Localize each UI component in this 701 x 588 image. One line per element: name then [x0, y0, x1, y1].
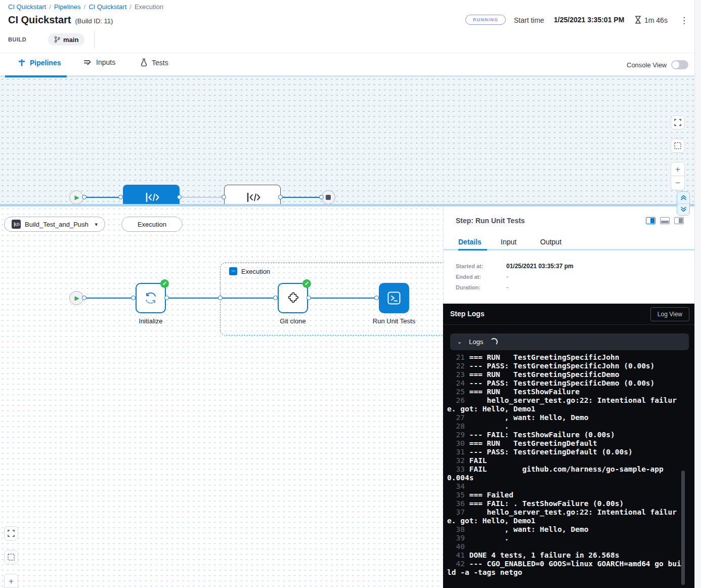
step-panel-title: Step: Run Unit Tests — [456, 217, 525, 225]
started-at-value: 01/25/2021 03:35:37 pm — [506, 263, 574, 270]
pipeline-canvas[interactable]: ▶ Build_Test_and_Pus Run_Integration_Tes… — [0, 77, 694, 204]
fullscreen-button[interactable] — [671, 115, 685, 130]
app-window: CI Quickstart/Pipelines/CI Quickstart/Ex… — [0, 0, 701, 588]
play-icon: ▶ — [74, 194, 79, 200]
build-section-label: BUILD — [8, 36, 26, 43]
log-scrollbar[interactable] — [681, 471, 685, 585]
toggle-knob — [672, 61, 679, 68]
log-line: 26 hello_server_test.go:22: Intentional … — [447, 396, 682, 413]
collapse-group-button[interactable]: − — [229, 267, 237, 275]
port — [82, 195, 86, 199]
split-divider[interactable] — [0, 204, 694, 206]
step-node-label: Run Unit Tests — [366, 317, 422, 325]
log-line: 33 FAIL github.com/harness/go-sample-app… — [447, 465, 682, 482]
execution-section-button[interactable]: Execution — [121, 217, 183, 232]
step-node-initialize[interactable] — [136, 283, 166, 313]
log-line: 41 DONE 4 tests, 1 failure in 26.568s — [447, 551, 682, 560]
success-check-icon: ✓ — [160, 279, 169, 288]
step-logs-title: Step Logs — [450, 310, 485, 318]
port — [164, 296, 169, 300]
log-line: 31 --- PASS: TestGreetingDefault (0.00s) — [447, 448, 682, 456]
stop-icon — [326, 195, 331, 200]
execution-group-label: Execution — [241, 268, 270, 275]
tab-inputs[interactable]: Inputs — [83, 58, 115, 66]
connector — [281, 197, 322, 198]
zoom-out-button[interactable]: − — [671, 176, 685, 190]
stage-selector-dropdown[interactable]: Build_Test_and_Push ▾ — [4, 217, 105, 232]
ended-at-label: Ended at: — [456, 274, 481, 280]
breadcrumb-separator: / — [84, 3, 86, 11]
success-check-icon: ✓ — [302, 279, 311, 288]
header-divider — [94, 31, 95, 49]
breadcrumb-link-pipelines[interactable]: Pipelines — [54, 3, 81, 11]
stage-start-node: ▶ — [69, 291, 83, 305]
breadcrumb-link-project[interactable]: CI Quickstart — [8, 3, 46, 11]
execution-section-label: Execution — [138, 221, 166, 228]
page-scrollbar-gutter[interactable] — [694, 0, 701, 588]
pipeline-start-node: ▶ — [69, 190, 83, 204]
logs-section-toggle[interactable]: ⌄ Logs — [450, 333, 689, 350]
log-line: 36 === FAIL: . TestShowFailure (0.00s) — [447, 499, 682, 508]
branch-chip[interactable]: main — [48, 33, 84, 46]
connector — [83, 298, 136, 299]
log-line: 22 --- PASS: TestGreetingSpecificJohn (0… — [447, 362, 682, 370]
start-time-value: 1/25/2021 3:35:01 PM — [554, 16, 624, 24]
log-line: 37 hello_server_test.go:22: Intentional … — [447, 508, 682, 525]
console-view-control: Console View — [627, 60, 688, 69]
ci-code-icon — [244, 190, 261, 205]
log-view-button[interactable]: Log View — [650, 307, 689, 321]
tab-output[interactable]: Output — [540, 238, 561, 246]
ci-code-icon — [143, 190, 160, 205]
marquee-select-button[interactable] — [671, 139, 685, 153]
connector — [308, 298, 379, 299]
step-node-label: Initialize — [125, 317, 176, 325]
step-logs-header: Step Logs Log View — [443, 304, 694, 325]
started-at-label: Started at: — [456, 263, 483, 269]
status-badge: RUNNING — [465, 15, 506, 25]
elapsed-time: 1m 46s — [644, 16, 668, 24]
fullscreen-button[interactable] — [4, 526, 18, 540]
tab-bar: Pipelines Inputs Tests Console View — [0, 53, 694, 77]
connector — [180, 197, 224, 198]
breadcrumb: CI Quickstart/Pipelines/CI Quickstart/Ex… — [8, 3, 163, 11]
sync-icon — [143, 291, 158, 305]
log-line: 25 === RUN TestShowFailure — [447, 388, 682, 396]
step-node-label: Git clone — [268, 317, 318, 325]
tab-label: Tests — [152, 59, 168, 67]
step-logs-panel: Step Logs Log View ⌄ Logs 21 === RUN Tes… — [443, 304, 694, 588]
kebab-menu-icon[interactable]: ⋮ — [680, 15, 688, 26]
zoom-in-glyph: + — [675, 165, 680, 174]
duration-label: Duration: — [456, 284, 480, 290]
start-time-label: Start time — [514, 16, 544, 24]
tab-pipelines[interactable]: Pipelines — [18, 58, 61, 67]
breadcrumb-link-pipeline[interactable]: CI Quickstart — [89, 3, 126, 11]
step-node-run-unit-tests[interactable] — [379, 283, 409, 313]
inputs-icon — [83, 58, 92, 66]
tab-details[interactable]: Details — [458, 238, 481, 246]
layout-split-bottom-icon[interactable] — [660, 217, 670, 224]
layout-split-right-active-icon[interactable] — [646, 217, 655, 224]
log-line: 42 --- CGO_ENABLED=0 GOOS=linux GOARCH=a… — [447, 560, 682, 577]
port — [306, 296, 311, 300]
port — [278, 195, 283, 199]
tab-tests[interactable]: Tests — [140, 58, 168, 67]
layout-split-right-icon[interactable] — [674, 217, 684, 224]
collapse-up-button[interactable] — [677, 192, 689, 203]
stage-selector-value: Build_Test_and_Push — [25, 221, 89, 228]
port — [177, 195, 182, 199]
tab-input[interactable]: Input — [501, 238, 516, 246]
port — [273, 296, 278, 300]
branch-name: main — [63, 36, 78, 44]
zoom-in-button[interactable]: + — [4, 574, 18, 588]
ci-code-icon-small — [12, 220, 21, 229]
marquee-select-button[interactable] — [4, 550, 18, 564]
zoom-in-button[interactable]: + — [671, 162, 685, 176]
step-node-git-clone[interactable] — [278, 283, 308, 313]
console-view-toggle[interactable] — [671, 60, 688, 69]
zoom-in-glyph: + — [9, 577, 14, 585]
port — [218, 296, 223, 300]
stage-canvas[interactable]: Build_Test_and_Push ▾ Execution − Execut… — [0, 206, 443, 588]
collapse-down-button[interactable] — [677, 203, 689, 216]
terminal-icon — [386, 290, 402, 306]
chevron-down-icon: ⌄ — [457, 339, 462, 345]
